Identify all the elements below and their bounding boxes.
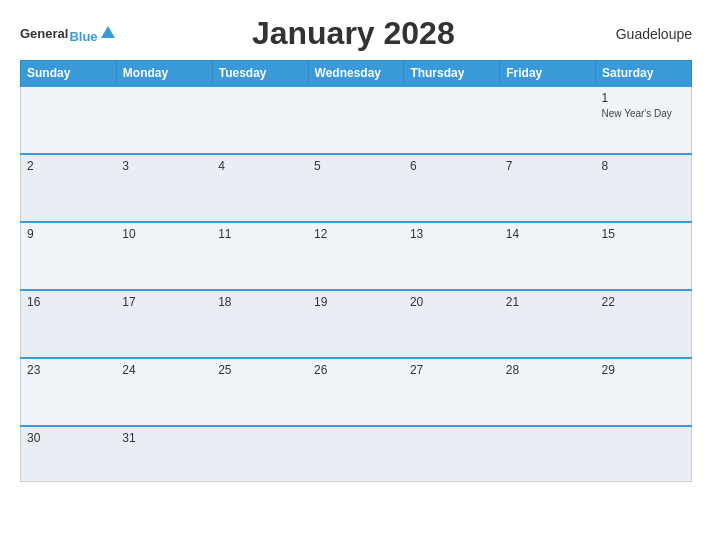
calendar-cell xyxy=(500,426,596,481)
day-number: 14 xyxy=(506,227,590,241)
day-number: 18 xyxy=(218,295,302,309)
day-number: 12 xyxy=(314,227,398,241)
day-number: 1 xyxy=(602,91,685,105)
calendar-cell: 14 xyxy=(500,222,596,290)
calendar-cell: 13 xyxy=(404,222,500,290)
day-number: 13 xyxy=(410,227,494,241)
col-saturday: Saturday xyxy=(596,61,692,87)
calendar-header: General Blue January 2028 Guadeloupe xyxy=(20,15,692,52)
day-number: 27 xyxy=(410,363,494,377)
calendar-cell: 6 xyxy=(404,154,500,222)
calendar-cell xyxy=(308,426,404,481)
calendar-cell: 17 xyxy=(116,290,212,358)
calendar-cell: 8 xyxy=(596,154,692,222)
svg-marker-0 xyxy=(101,26,115,38)
day-number: 6 xyxy=(410,159,494,173)
day-number: 26 xyxy=(314,363,398,377)
week-row-6: 3031 xyxy=(21,426,692,481)
calendar-cell: 16 xyxy=(21,290,117,358)
calendar-page: General Blue January 2028 Guadeloupe Sun… xyxy=(0,0,712,550)
calendar-cell: 3 xyxy=(116,154,212,222)
calendar-cell: 21 xyxy=(500,290,596,358)
col-thursday: Thursday xyxy=(404,61,500,87)
day-number: 9 xyxy=(27,227,110,241)
week-row-1: 1New Year's Day xyxy=(21,86,692,154)
calendar-cell: 29 xyxy=(596,358,692,426)
calendar-cell: 31 xyxy=(116,426,212,481)
day-number: 3 xyxy=(122,159,206,173)
day-header-row: Sunday Monday Tuesday Wednesday Thursday… xyxy=(21,61,692,87)
calendar-table: Sunday Monday Tuesday Wednesday Thursday… xyxy=(20,60,692,482)
calendar-cell: 4 xyxy=(212,154,308,222)
day-number: 31 xyxy=(122,431,206,445)
week-row-4: 16171819202122 xyxy=(21,290,692,358)
day-number: 30 xyxy=(27,431,110,445)
calendar-cell: 22 xyxy=(596,290,692,358)
logo-blue: Blue xyxy=(69,30,97,43)
day-number: 5 xyxy=(314,159,398,173)
calendar-cell: 23 xyxy=(21,358,117,426)
week-row-3: 9101112131415 xyxy=(21,222,692,290)
day-number: 2 xyxy=(27,159,110,173)
calendar-cell: 18 xyxy=(212,290,308,358)
day-number: 10 xyxy=(122,227,206,241)
event-label: New Year's Day xyxy=(602,107,685,120)
day-number: 17 xyxy=(122,295,206,309)
logo-triangle-icon xyxy=(101,26,115,38)
calendar-title: January 2028 xyxy=(115,15,592,52)
calendar-cell xyxy=(500,86,596,154)
day-number: 28 xyxy=(506,363,590,377)
calendar-cell xyxy=(308,86,404,154)
calendar-cell: 7 xyxy=(500,154,596,222)
logo: General Blue xyxy=(20,25,115,43)
week-row-5: 23242526272829 xyxy=(21,358,692,426)
calendar-cell xyxy=(404,86,500,154)
day-number: 20 xyxy=(410,295,494,309)
day-number: 25 xyxy=(218,363,302,377)
calendar-cell: 10 xyxy=(116,222,212,290)
calendar-cell: 2 xyxy=(21,154,117,222)
day-number: 19 xyxy=(314,295,398,309)
calendar-cell xyxy=(212,426,308,481)
calendar-cell xyxy=(596,426,692,481)
calendar-cell: 15 xyxy=(596,222,692,290)
col-tuesday: Tuesday xyxy=(212,61,308,87)
col-friday: Friday xyxy=(500,61,596,87)
calendar-cell: 30 xyxy=(21,426,117,481)
day-number: 21 xyxy=(506,295,590,309)
day-number: 8 xyxy=(602,159,685,173)
calendar-cell xyxy=(21,86,117,154)
region-label: Guadeloupe xyxy=(592,26,692,42)
day-number: 11 xyxy=(218,227,302,241)
calendar-cell: 1New Year's Day xyxy=(596,86,692,154)
calendar-cell: 28 xyxy=(500,358,596,426)
day-number: 7 xyxy=(506,159,590,173)
calendar-cell: 9 xyxy=(21,222,117,290)
day-number: 4 xyxy=(218,159,302,173)
day-number: 16 xyxy=(27,295,110,309)
calendar-cell: 24 xyxy=(116,358,212,426)
calendar-cell: 5 xyxy=(308,154,404,222)
logo-general: General xyxy=(20,26,68,41)
calendar-cell: 19 xyxy=(308,290,404,358)
calendar-cell: 12 xyxy=(308,222,404,290)
day-number: 23 xyxy=(27,363,110,377)
day-number: 15 xyxy=(602,227,685,241)
day-number: 24 xyxy=(122,363,206,377)
col-sunday: Sunday xyxy=(21,61,117,87)
calendar-cell xyxy=(404,426,500,481)
calendar-cell: 27 xyxy=(404,358,500,426)
day-number: 22 xyxy=(602,295,685,309)
calendar-cell: 26 xyxy=(308,358,404,426)
col-wednesday: Wednesday xyxy=(308,61,404,87)
calendar-cell xyxy=(116,86,212,154)
calendar-cell: 11 xyxy=(212,222,308,290)
col-monday: Monday xyxy=(116,61,212,87)
calendar-cell xyxy=(212,86,308,154)
day-number: 29 xyxy=(602,363,685,377)
week-row-2: 2345678 xyxy=(21,154,692,222)
calendar-cell: 20 xyxy=(404,290,500,358)
calendar-cell: 25 xyxy=(212,358,308,426)
